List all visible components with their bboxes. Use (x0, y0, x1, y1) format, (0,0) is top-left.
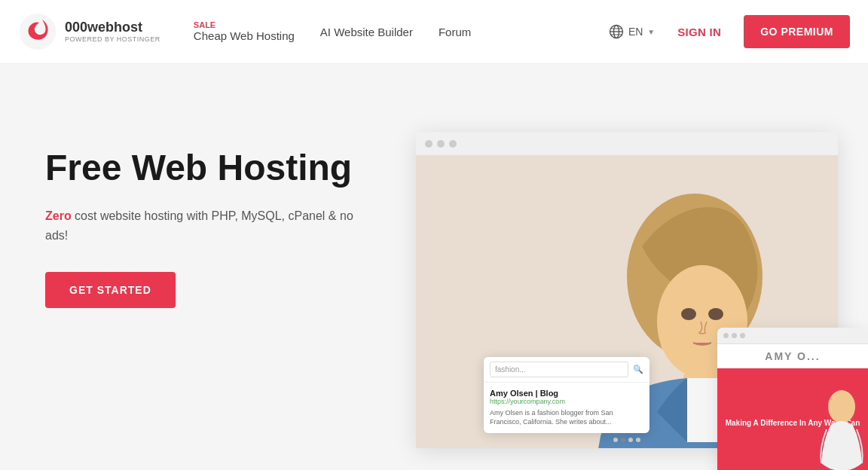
card2-header: AMY O... (717, 344, 868, 368)
browser-bar (416, 132, 838, 156)
hero-highlight: Zero (45, 209, 72, 222)
nav-item-forum[interactable]: Forum (428, 21, 481, 43)
card-url: https://yourcompany.com (490, 398, 643, 405)
lang-label: EN (628, 26, 643, 38)
card-description: Amy Olsen is a fashion blogger from San … (490, 408, 643, 427)
nav-dot-1 (613, 438, 618, 442)
hero-section: Free Web Hosting Zero cost website hosti… (45, 124, 362, 308)
nav-item-cheap-hosting[interactable]: SALE Cheap Web Hosting (183, 17, 305, 47)
go-premium-button[interactable]: GO PREMIUM (744, 15, 850, 48)
browser-dot-1 (425, 140, 432, 148)
card-body: Amy Olsen | Blog https://yourcompany.com… (484, 383, 649, 433)
sign-in-button[interactable]: SIGN IN (667, 20, 732, 44)
nav-dot-2 (621, 438, 625, 442)
main-content: Free Web Hosting Zero cost website hosti… (0, 64, 868, 470)
hero-subtitle: Zero cost website hosting with PHP, MySQ… (45, 206, 362, 245)
card-search-bar: 🔍 (484, 357, 649, 383)
logo-tagline: POWERED BY HOSTINGER (65, 35, 160, 43)
card2-name: AMY O... (723, 350, 862, 362)
globe-icon (609, 24, 624, 39)
browser-dot-s2 (732, 333, 737, 338)
browser-dot-2 (437, 140, 445, 148)
sale-label: SALE (194, 21, 215, 29)
get-started-button[interactable]: GET STARTED (45, 272, 176, 308)
browser-content-2: AMY O... Making A Difference In Any Way … (717, 344, 868, 470)
logo-text: 000webhost POWERED BY HOSTINGER (65, 20, 160, 43)
browser-bar-2 (717, 328, 868, 344)
svg-point-12 (661, 333, 691, 356)
browser-mockup-area: 🔍 Amy Olsen | Blog https://yourcompany.c… (416, 109, 868, 470)
browser-dot-s1 (723, 333, 729, 338)
person2-silhouette (815, 388, 868, 470)
logo-icon (18, 12, 57, 51)
browser-window-secondary: AMY O... Making A Difference In Any Way … (717, 328, 868, 470)
chevron-down-icon: ▼ (647, 28, 655, 36)
browser-dot-3 (449, 140, 457, 148)
card-search-input[interactable] (490, 362, 628, 377)
svg-point-13 (828, 390, 855, 423)
svg-point-0 (20, 14, 56, 50)
main-nav: SALE Cheap Web Hosting AI Website Builde… (183, 17, 609, 47)
svg-point-11 (708, 308, 723, 320)
site-preview-card: 🔍 Amy Olsen | Blog https://yourcompany.c… (484, 357, 649, 433)
card2-body: Making A Difference In Any Way I Can (717, 368, 868, 470)
logo-link[interactable]: 000webhost POWERED BY HOSTINGER (18, 12, 160, 51)
browser-dot-s3 (740, 333, 745, 338)
header-right: EN ▼ SIGN IN GO PREMIUM (609, 15, 850, 48)
header: 000webhost POWERED BY HOSTINGER SALE Che… (0, 0, 868, 64)
nav-dot-4 (636, 438, 640, 442)
hero-subtitle-rest: cost website hosting with PHP, MySQL, cP… (45, 209, 353, 242)
nav-dot-3 (628, 438, 633, 442)
nav-label-cheap-hosting: Cheap Web Hosting (194, 29, 295, 43)
card-site-name: Amy Olsen | Blog (490, 389, 643, 398)
logo-name: 000webhost (65, 20, 160, 35)
nav-item-ai-builder[interactable]: AI Website Builder (310, 21, 423, 43)
search-icon: 🔍 (633, 365, 643, 374)
language-button[interactable]: EN ▼ (609, 24, 655, 39)
svg-point-10 (681, 308, 696, 320)
hero-title: Free Web Hosting (45, 147, 362, 188)
